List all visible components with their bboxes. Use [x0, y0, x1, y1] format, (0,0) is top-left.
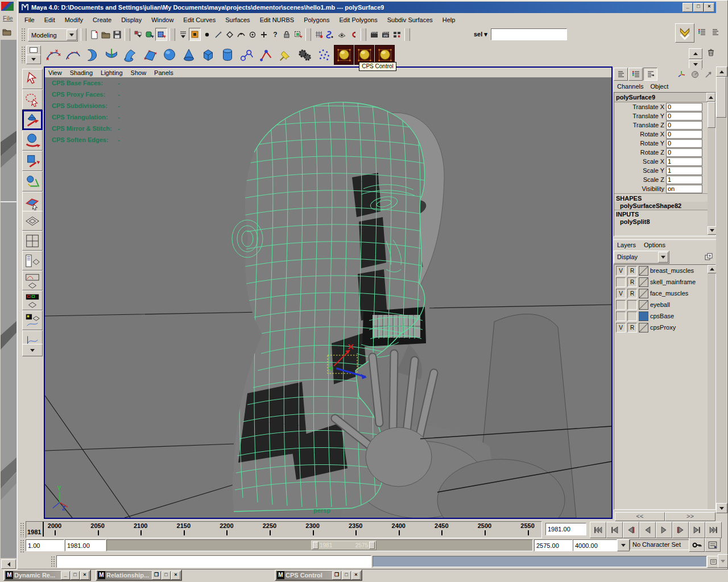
mask-handles-button[interactable] [189, 28, 201, 41]
maximize-button[interactable]: □ [162, 571, 171, 580]
channel-layout-b-button[interactable] [628, 68, 643, 81]
input-node-name[interactable]: polySplit8 [614, 218, 715, 225]
layer-row[interactable]: V R face_muscles [614, 288, 715, 299]
menu-item[interactable]: Help [442, 16, 456, 23]
go-to-start-button[interactable] [590, 522, 606, 538]
drag-handle[interactable] [305, 28, 311, 41]
channel-value-field[interactable]: 0 [666, 121, 702, 130]
channel-row[interactable]: Scale Z1 [614, 175, 715, 184]
layer-visible-toggle[interactable]: V [616, 266, 626, 276]
play-backwards-button[interactable] [639, 522, 656, 538]
layer-color-swatch[interactable] [639, 311, 648, 321]
drag-handle[interactable] [169, 28, 175, 41]
panel-menu-item[interactable]: Shading [70, 69, 93, 76]
rotate-tool-button[interactable] [22, 130, 43, 151]
channel-value-field[interactable]: 0 [666, 130, 702, 139]
layer-visible-toggle[interactable] [616, 300, 626, 310]
layout-shortcut-dots-button[interactable] [696, 26, 708, 39]
layer-menu-item[interactable]: Options [644, 242, 665, 248]
mask-curves-button[interactable] [235, 28, 246, 40]
go-to-end-button[interactable] [705, 522, 722, 538]
time-slider[interactable]: 2000205021002150220022502300235024002450… [26, 521, 542, 538]
viewport-canvas[interactable]: Y Z CPS Base Faces:-CPS Proxy Faces:-CPS… [45, 77, 611, 518]
channel-scrollbar[interactable] [708, 102, 715, 235]
playback-start-input[interactable] [65, 539, 106, 551]
shelf-loft[interactable] [102, 45, 121, 64]
layer-display-arrow-icon[interactable] [658, 252, 668, 263]
show-hide-ui-chevron-button[interactable] [675, 23, 694, 43]
current-time-input[interactable] [545, 523, 586, 535]
layer-name[interactable]: breast_muscles [650, 267, 694, 274]
minimized-window-relationship[interactable]: M Relationship... ❐ □ × [96, 569, 182, 581]
range-handle-right-grip[interactable] [369, 542, 375, 549]
trash-icon[interactable] [705, 46, 717, 59]
ipr-render-button[interactable] [380, 28, 391, 40]
title-bar[interactable]: Maya 4.0: D:\Documents and Settings\juli… [19, 2, 716, 13]
select-object-button[interactable] [144, 28, 155, 40]
channel-row[interactable]: Translate Y0 [614, 111, 715, 120]
snap-point-button[interactable] [336, 28, 347, 40]
channel-row[interactable]: Rotate Y0 [614, 139, 715, 148]
layer-visible-toggle[interactable]: V [616, 323, 626, 332]
close-button[interactable]: × [171, 571, 180, 580]
mode-selector-arrow-icon[interactable] [67, 30, 77, 40]
layer-row[interactable]: V R cpsProxy [614, 322, 715, 333]
channel-scroll-up-button[interactable] [706, 93, 715, 102]
mask-deformers-button[interactable] [258, 28, 269, 40]
maximize-button[interactable]: □ [71, 571, 80, 580]
shelf-scroll-up-button[interactable] [689, 48, 702, 59]
channel-row[interactable]: Rotate Z0 [614, 148, 715, 157]
layer-renderable-toggle[interactable] [627, 300, 637, 310]
layer-color-swatch[interactable] [639, 300, 648, 310]
command-line-grip[interactable] [51, 556, 55, 567]
status-line-grip[interactable] [21, 28, 25, 41]
selected-node-name[interactable]: polySurface9 [614, 94, 706, 101]
range-slider-grip[interactable] [20, 539, 24, 553]
layer-color-swatch[interactable] [639, 323, 648, 332]
shelf-cylinder[interactable] [218, 45, 237, 64]
channel-row[interactable]: Translate X0 [614, 102, 715, 111]
channel-layout-c-button[interactable] [643, 68, 657, 81]
layer-scrollbar[interactable] [708, 265, 715, 509]
step-back-frame-button[interactable] [606, 522, 623, 538]
shelf-locator[interactable] [276, 45, 295, 64]
mode-selector[interactable]: Modeling [28, 28, 78, 41]
select-component-button[interactable] [155, 28, 167, 41]
layout-menu-dropdown-button[interactable] [22, 344, 43, 356]
restore-button[interactable]: ❐ [152, 571, 161, 580]
background-scroll-down-button[interactable] [718, 554, 728, 568]
layer-name[interactable]: face_muscles [650, 290, 688, 297]
highlight-selection-button[interactable] [292, 28, 303, 40]
snap-grid-button[interactable] [313, 28, 324, 40]
channel-row[interactable]: Visibilityon [614, 184, 715, 193]
drag-handle[interactable] [404, 28, 410, 41]
animation-preferences-button[interactable] [705, 538, 721, 552]
step-forward-frame-button[interactable] [689, 522, 705, 538]
time-slider-grip[interactable] [20, 522, 24, 537]
shelf-planar[interactable] [140, 45, 159, 64]
menu-item[interactable]: Surfaces [225, 16, 250, 23]
close-button[interactable]: × [80, 571, 89, 580]
auto-keyframe-button[interactable] [689, 538, 705, 552]
layout-persp-hypershade-button[interactable] [22, 310, 43, 330]
channel-row[interactable]: Translate Z0 [614, 120, 715, 130]
layer-renderable-toggle[interactable] [627, 311, 637, 321]
menu-item[interactable]: Polygons [304, 16, 329, 23]
layer-row[interactable]: eyeball [614, 299, 715, 310]
layout-persp-graph-button[interactable] [22, 271, 43, 290]
background-app-scroll-left-button[interactable] [1, 559, 16, 569]
background-app-file-menu[interactable]: File [3, 15, 13, 22]
speed-dial-icon[interactable] [688, 68, 701, 80]
minimize-button[interactable]: _ [61, 571, 70, 580]
object-menu[interactable]: Object [650, 83, 668, 90]
panel-menu-item[interactable]: Lighting [101, 69, 123, 76]
mask-misc-button[interactable] [270, 28, 280, 40]
menu-item[interactable]: Edit Polygons [339, 16, 377, 23]
range-slider-track[interactable]: 1981 2575 [106, 539, 533, 551]
layout-single-persp-button[interactable] [22, 211, 43, 231]
layer-name[interactable]: eyeball [650, 301, 670, 308]
layer-color-swatch[interactable] [639, 289, 648, 298]
current-frame-marker[interactable] [43, 522, 44, 537]
restore-button[interactable]: ❐ [332, 571, 341, 580]
menu-item[interactable]: Modify [65, 16, 83, 23]
